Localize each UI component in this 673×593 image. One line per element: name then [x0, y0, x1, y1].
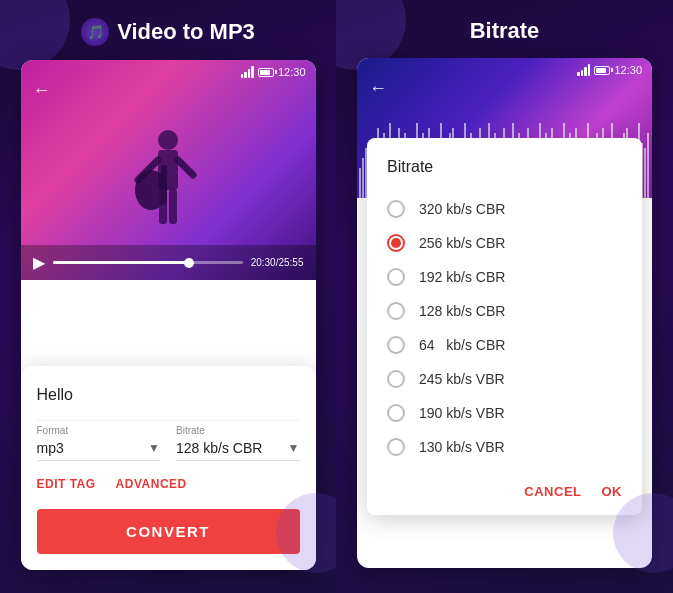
bitrate-dropdown-arrow: ▼: [288, 441, 300, 455]
convert-card: Hello Format mp3 ▼ Bitrate 128 kb/s CBR …: [21, 366, 316, 570]
format-select[interactable]: mp3 ▼: [37, 440, 161, 461]
dialog-title: Bitrate: [367, 158, 642, 192]
svg-rect-7: [169, 189, 177, 224]
radio-circle-7: [387, 404, 405, 422]
play-controls: ▶ 20:30/25:55: [21, 245, 316, 280]
format-value: mp3: [37, 440, 64, 456]
svg-point-0: [158, 130, 178, 150]
option-label-5: 64 kb/s CBR: [419, 337, 505, 353]
dialog-actions: CANCEL OK: [367, 468, 642, 515]
signal-icon: [241, 66, 254, 78]
divider: [37, 420, 300, 421]
edit-tag-link[interactable]: EDIT TAG: [37, 477, 96, 491]
file-name: Hello: [37, 386, 300, 404]
radio-circle-1: [387, 200, 405, 218]
play-button[interactable]: ▶: [33, 253, 45, 272]
format-dropdown-arrow: ▼: [148, 441, 160, 455]
option-label-3: 192 kb/s CBR: [419, 269, 505, 285]
status-time-left: 12:30: [278, 66, 306, 78]
video-area: 12:30 ←: [21, 60, 316, 280]
signal-icon-right: [577, 64, 590, 76]
phone-frame-left: 12:30 ←: [21, 60, 316, 570]
option-128cbr[interactable]: 128 kb/s CBR: [367, 294, 642, 328]
battery-icon-right: [594, 66, 610, 75]
back-button-right[interactable]: ←: [369, 78, 387, 99]
battery-icon: [258, 68, 274, 77]
convert-button[interactable]: CONVERT: [37, 509, 300, 554]
option-64cbr[interactable]: 64 kb/s CBR: [367, 328, 642, 362]
option-label-2: 256 kb/s CBR: [419, 235, 505, 251]
battery-fill: [260, 70, 270, 75]
bitrate-select[interactable]: 128 kb/s CBR ▼: [176, 440, 300, 461]
radio-circle-8: [387, 438, 405, 456]
time-display: 20:30/25:55: [251, 257, 304, 268]
option-label-6: 245 kb/s VBR: [419, 371, 505, 387]
form-row: Format mp3 ▼ Bitrate 128 kb/s CBR ▼: [37, 425, 300, 461]
battery-fill-right: [596, 68, 606, 73]
svg-rect-9: [362, 158, 364, 198]
left-title-text: Video to MP3: [117, 19, 255, 45]
radio-circle-3: [387, 268, 405, 286]
bitrate-label: Bitrate: [176, 425, 300, 436]
format-field: Format mp3 ▼: [37, 425, 161, 461]
advanced-link[interactable]: ADVANCED: [116, 477, 187, 491]
ok-button[interactable]: OK: [602, 480, 623, 503]
status-bar-right: 12:30: [577, 64, 642, 76]
bitrate-dialog: Bitrate 320 kb/s CBR 256 kb/s CBR 192 kb…: [367, 138, 642, 515]
svg-rect-8: [359, 168, 361, 198]
option-190vbr[interactable]: 190 kb/s VBR: [367, 396, 642, 430]
option-label-8: 130 kb/s VBR: [419, 439, 505, 455]
music-icon: 🎵: [81, 18, 109, 46]
right-panel: Bitrate 12:30 ←: [336, 0, 673, 593]
left-panel: 🎵 Video to MP3 12:30 ←: [0, 0, 336, 593]
status-bar-left: 12:30: [241, 66, 306, 78]
action-links: EDIT TAG ADVANCED: [37, 477, 300, 491]
radio-circle-2: [387, 234, 405, 252]
cancel-button[interactable]: CANCEL: [524, 480, 581, 503]
status-time-right: 12:30: [614, 64, 642, 76]
progress-thumb: [184, 258, 194, 268]
right-panel-title: Bitrate: [470, 18, 540, 44]
progress-fill: [53, 261, 190, 264]
svg-line-3: [178, 160, 193, 175]
radio-circle-6: [387, 370, 405, 388]
time-total: 25:55: [278, 257, 303, 268]
option-245vbr[interactable]: 245 kb/s VBR: [367, 362, 642, 396]
option-label-1: 320 kb/s CBR: [419, 201, 505, 217]
back-button-left[interactable]: ←: [33, 80, 51, 101]
time-current: 20:30: [251, 257, 276, 268]
bitrate-value: 128 kb/s CBR: [176, 440, 262, 456]
left-panel-title: 🎵 Video to MP3: [81, 18, 255, 46]
option-label-4: 128 kb/s CBR: [419, 303, 505, 319]
format-label: Format: [37, 425, 161, 436]
option-192cbr[interactable]: 192 kb/s CBR: [367, 260, 642, 294]
option-label-7: 190 kb/s VBR: [419, 405, 505, 421]
svg-rect-103: [644, 148, 646, 198]
option-130vbr[interactable]: 130 kb/s VBR: [367, 430, 642, 464]
right-title-text: Bitrate: [470, 18, 540, 44]
option-256cbr[interactable]: 256 kb/s CBR: [367, 226, 642, 260]
radio-inner-2: [391, 238, 401, 248]
guitarist-silhouette: [133, 125, 203, 245]
bitrate-field: Bitrate 128 kb/s CBR ▼: [176, 425, 300, 461]
radio-circle-4: [387, 302, 405, 320]
svg-rect-104: [647, 133, 649, 198]
radio-circle-5: [387, 336, 405, 354]
svg-rect-6: [159, 189, 167, 224]
phone-frame-right: 12:30 ←: [357, 58, 652, 568]
option-320cbr[interactable]: 320 kb/s CBR: [367, 192, 642, 226]
progress-bar[interactable]: [53, 261, 243, 264]
